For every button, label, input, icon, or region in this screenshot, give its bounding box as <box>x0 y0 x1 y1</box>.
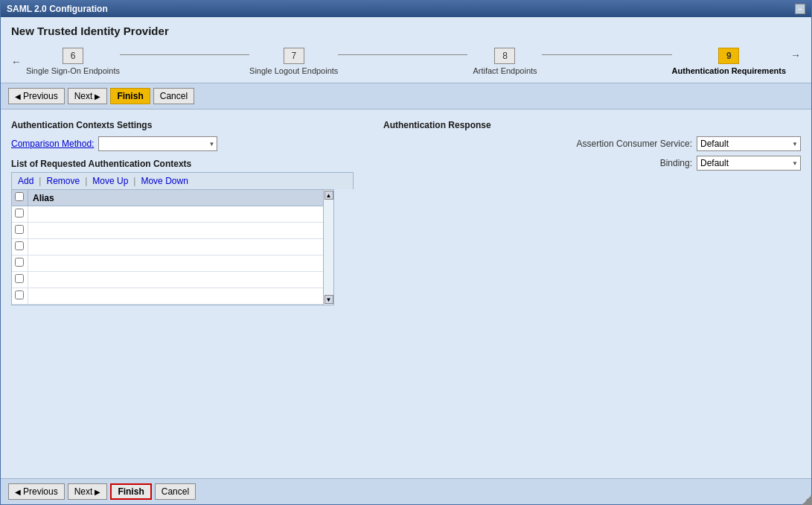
step-label-6: Single Sign-On Endpoints <box>26 66 120 75</box>
resize-handle[interactable] <box>802 495 812 505</box>
assertion-consumer-select[interactable]: Default <box>697 136 801 151</box>
bottom-previous-button[interactable]: ◀ Previous <box>8 483 65 500</box>
page-title: New Trusted Identity Provider <box>1 17 811 42</box>
top-finish-button[interactable]: Finish <box>110 88 150 104</box>
bottom-next-button[interactable]: Next ▶ <box>68 483 108 500</box>
top-previous-button[interactable]: ◀ Previous <box>8 88 65 104</box>
table-header: Alias <box>12 190 323 206</box>
bottom-cancel-button[interactable]: Cancel <box>155 483 196 500</box>
auth-response-title: Authentication Response <box>383 120 801 130</box>
table-row <box>12 288 323 305</box>
table-row <box>12 223 323 239</box>
window-title: SAML 2.0 Configuration <box>7 4 108 14</box>
row-checkbox-6 <box>12 288 28 304</box>
separator-1: | <box>39 176 41 186</box>
left-panel: Authentication Contexts Settings Compari… <box>11 120 354 468</box>
assertion-consumer-wrapper: Default <box>697 136 801 151</box>
separator-2: | <box>85 176 87 186</box>
table-row <box>12 239 323 255</box>
step-connector-2 <box>338 54 467 55</box>
minimize-button[interactable]: – <box>795 4 805 14</box>
right-panel: Authentication Response Assertion Consum… <box>383 120 801 468</box>
separator-3: | <box>133 176 135 186</box>
wizard-arrow-left: ← <box>11 56 22 68</box>
auth-response-fields: Assertion Consumer Service: Default Bind… <box>383 136 801 171</box>
bottom-toolbar: ◀ Previous Next ▶ Finish Cancel <box>1 478 811 504</box>
title-bar-buttons: – <box>795 4 805 14</box>
comparison-method-select[interactable] <box>98 136 217 151</box>
comparison-method-row: Comparison Method: <box>11 136 354 151</box>
row-1-checkbox[interactable] <box>15 209 24 217</box>
alias-table: Alias <box>11 189 324 305</box>
row-checkbox-3 <box>12 239 28 255</box>
wizard-steps: ← 6 Single Sign-On Endpoints 7 Single Lo… <box>1 42 811 83</box>
list-section-title: List of Requested Authentication Context… <box>11 159 354 169</box>
step-label-7: Single Logout Endpoints <box>249 66 338 75</box>
wizard-step-8: 8 Artifact Endpoints <box>467 48 542 75</box>
list-toolbar: Add | Remove | Move Up | Move Down <box>11 172 354 189</box>
next-arrow-icon-bottom: ▶ <box>95 488 100 496</box>
table-rows <box>12 206 323 305</box>
title-bar: SAML 2.0 Configuration – <box>1 1 811 17</box>
row-5-alias <box>28 278 323 282</box>
table-row <box>12 255 323 272</box>
step-number-7: 7 <box>284 48 304 64</box>
scroll-down-button[interactable]: ▼ <box>325 295 333 304</box>
assertion-consumer-row: Assertion Consumer Service: Default <box>383 136 801 151</box>
scroll-up-button[interactable]: ▲ <box>325 191 333 200</box>
step-label-8: Artifact Endpoints <box>473 66 537 75</box>
wizard-arrow-right: → <box>790 49 801 61</box>
row-5-checkbox[interactable] <box>15 274 24 283</box>
row-4-checkbox[interactable] <box>15 258 24 267</box>
move-down-button[interactable]: Move Down <box>139 175 189 187</box>
binding-row: Binding: Default <box>383 156 801 171</box>
row-checkbox-4 <box>12 255 28 271</box>
top-cancel-button[interactable]: Cancel <box>153 88 194 104</box>
step-number-8: 8 <box>494 48 515 64</box>
row-checkbox-2 <box>12 223 28 238</box>
content-area: New Trusted Identity Provider ← 6 Single… <box>1 17 811 504</box>
top-toolbar: ◀ Previous Next ▶ Finish Cancel <box>1 83 811 109</box>
row-checkbox-1 <box>12 206 28 222</box>
table-row <box>12 272 323 288</box>
top-next-button[interactable]: Next ▶ <box>68 88 108 104</box>
select-all-checkbox[interactable] <box>15 192 24 201</box>
step-connector-3 <box>542 54 671 55</box>
row-6-checkbox[interactable] <box>15 290 24 299</box>
binding-select[interactable]: Default <box>697 156 801 171</box>
row-3-alias <box>28 245 323 250</box>
row-1-alias <box>28 212 323 217</box>
move-up-button[interactable]: Move Up <box>91 175 130 187</box>
comparison-method-label: Comparison Method: <box>11 139 94 149</box>
remove-button[interactable]: Remove <box>45 175 81 187</box>
binding-label: Binding: <box>660 158 692 168</box>
alias-column-header: Alias <box>28 191 323 206</box>
header-checkbox-cell <box>12 190 28 206</box>
wizard-step-7: 7 Single Logout Endpoints <box>249 48 338 75</box>
next-arrow-icon: ▶ <box>95 92 100 101</box>
assertion-consumer-label: Assertion Consumer Service: <box>577 139 692 149</box>
bottom-finish-button[interactable]: Finish <box>110 483 151 500</box>
row-checkbox-5 <box>12 272 28 288</box>
main-content: Authentication Contexts Settings Compari… <box>1 109 811 478</box>
row-4-alias <box>28 261 323 266</box>
step-label-9: Authentication Requirements <box>672 66 786 75</box>
main-window: SAML 2.0 Configuration – New Trusted Ide… <box>0 0 812 505</box>
add-button[interactable]: Add <box>16 175 35 187</box>
binding-wrapper: Default <box>697 156 801 171</box>
table-row <box>12 206 323 223</box>
auth-contexts-title: Authentication Contexts Settings <box>11 120 354 130</box>
table-scrollbar[interactable]: ▲ ▼ <box>324 189 334 305</box>
prev-arrow-icon: ◀ <box>15 92 21 101</box>
step-number-6: 6 <box>63 48 83 64</box>
wizard-step-6: 6 Single Sign-On Endpoints <box>26 48 120 75</box>
list-container: Alias <box>11 189 354 305</box>
row-3-checkbox[interactable] <box>15 241 24 250</box>
step-connector-1 <box>120 54 249 55</box>
comparison-method-wrapper <box>98 136 217 151</box>
row-2-checkbox[interactable] <box>15 225 24 234</box>
wizard-step-9: 9 Authentication Requirements <box>672 48 786 75</box>
step-number-9: 9 <box>718 48 739 64</box>
row-2-alias <box>28 229 323 233</box>
row-6-alias <box>28 294 323 299</box>
